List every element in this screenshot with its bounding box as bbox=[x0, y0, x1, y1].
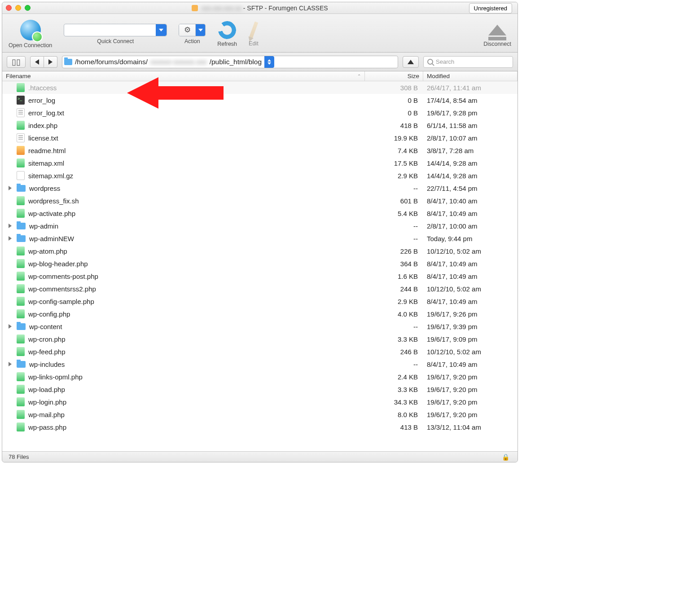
file-row[interactable]: readme.html7.4 KB3/8/17, 7:28 am bbox=[2, 144, 518, 157]
file-size: 17.5 KB bbox=[365, 159, 423, 167]
php-file-icon bbox=[17, 309, 25, 318]
quick-connect-dropdown-icon[interactable] bbox=[156, 24, 167, 36]
disclosure-triangle bbox=[9, 425, 13, 429]
file-row[interactable]: sitemap.xml17.5 KB14/4/14, 9:28 am bbox=[2, 157, 518, 169]
close-window-button[interactable] bbox=[6, 5, 12, 11]
disclosure-triangle bbox=[9, 173, 13, 178]
path-stepper-icon[interactable] bbox=[264, 56, 274, 68]
file-row[interactable]: wp-links-opml.php2.4 KB19/6/17, 9:20 pm bbox=[2, 370, 518, 383]
disclosure-triangle bbox=[9, 85, 13, 90]
file-row[interactable]: wp-atom.php226 B10/12/10, 5:02 am bbox=[2, 245, 518, 257]
path-field[interactable]: /home/forums/domains/ xxxxxx-xxxxxx.xxx … bbox=[62, 56, 398, 68]
disclosure-triangle bbox=[9, 299, 13, 304]
disclosure-triangle bbox=[9, 349, 13, 354]
php-file-icon bbox=[17, 158, 25, 167]
disconnect-button[interactable]: Disconnect bbox=[483, 21, 511, 47]
file-size: 5.4 KB bbox=[365, 210, 423, 217]
triangle-up-icon bbox=[408, 60, 414, 64]
file-size: -- bbox=[365, 222, 423, 230]
header-size[interactable]: Size bbox=[365, 71, 423, 81]
file-size: 2.9 KB bbox=[365, 298, 423, 305]
open-connection-label: Open Connection bbox=[9, 42, 52, 48]
disclosure-triangle bbox=[9, 98, 13, 102]
file-row[interactable]: wp-load.php3.3 KB19/6/17, 9:20 pm bbox=[2, 383, 518, 396]
file-name: .htaccess bbox=[28, 84, 57, 92]
header-modified[interactable]: Modified bbox=[423, 71, 518, 81]
traffic-lights bbox=[6, 5, 31, 11]
file-row[interactable]: error_log.txt0 B19/6/17, 9:28 pm bbox=[2, 106, 518, 119]
file-size: 3.3 KB bbox=[365, 335, 423, 343]
titlebar: xxx.xxx.xxx.xx - SFTP - Forumgen CLASSES… bbox=[2, 2, 518, 14]
file-row[interactable]: .htaccess308 B26/4/17, 11:41 am bbox=[2, 81, 518, 94]
file-row[interactable]: wp-login.php34.3 KB19/6/17, 9:20 pm bbox=[2, 396, 518, 408]
file-size: 0 B bbox=[365, 97, 423, 104]
file-row[interactable]: wp-feed.php246 B10/12/10, 5:02 am bbox=[2, 345, 518, 358]
disclosure-triangle[interactable] bbox=[9, 236, 13, 241]
file-row[interactable]: wp-activate.php5.4 KB8/4/17, 10:49 am bbox=[2, 207, 518, 220]
file-row[interactable]: index.php418 B6/1/14, 11:58 am bbox=[2, 119, 518, 132]
refresh-button[interactable]: Refresh bbox=[217, 21, 237, 47]
file-size: 19.9 KB bbox=[365, 134, 423, 142]
nav-forward-button[interactable] bbox=[44, 56, 57, 68]
disclosure-triangle bbox=[9, 161, 13, 165]
file-row[interactable]: wp-mail.php8.0 KB19/6/17, 9:20 pm bbox=[2, 408, 518, 421]
gz-file-icon bbox=[17, 171, 25, 180]
file-row[interactable]: sitemap.xml.gz2.9 KB14/4/14, 9:28 am bbox=[2, 169, 518, 182]
file-row[interactable]: wp-comments-post.php1.6 KB8/4/17, 10:49 … bbox=[2, 270, 518, 282]
file-row[interactable]: wp-cron.php3.3 KB19/6/17, 9:09 pm bbox=[2, 333, 518, 345]
disconnect-label: Disconnect bbox=[483, 41, 511, 47]
file-modified: 2/8/17, 10:00 am bbox=[423, 222, 518, 230]
file-modified: 26/4/17, 11:41 am bbox=[423, 84, 518, 92]
file-name: error_log bbox=[28, 97, 55, 104]
php-file-icon bbox=[17, 397, 25, 406]
sort-asc-icon: ⌃ bbox=[357, 74, 361, 79]
search-field[interactable]: Search bbox=[423, 56, 513, 68]
disclosure-triangle[interactable] bbox=[9, 186, 13, 190]
php-file-icon bbox=[17, 259, 25, 268]
file-row[interactable]: wp-pass.php413 B13/3/12, 11:04 am bbox=[2, 421, 518, 433]
quick-connect-field[interactable] bbox=[64, 24, 167, 36]
file-row[interactable]: wp-config.php4.0 KB19/6/17, 9:26 pm bbox=[2, 308, 518, 320]
file-row[interactable]: wp-commentsrss2.php244 B10/12/10, 5:02 a… bbox=[2, 282, 518, 295]
folder-file-icon bbox=[17, 235, 26, 242]
header-filename[interactable]: Filename⌃ bbox=[2, 71, 365, 81]
minimize-window-button[interactable] bbox=[15, 5, 21, 11]
file-row[interactable]: wp-blog-header.php364 B8/4/17, 10:49 am bbox=[2, 257, 518, 270]
file-modified: 6/1/14, 11:58 am bbox=[423, 122, 518, 129]
php-file-icon bbox=[17, 410, 25, 419]
disclosure-triangle[interactable] bbox=[9, 324, 13, 329]
php-file-icon bbox=[17, 196, 25, 205]
action-menu[interactable]: ⚙ Action bbox=[179, 24, 206, 44]
file-listing[interactable]: .htaccess308 B26/4/17, 11:41 amerror_log… bbox=[2, 81, 518, 451]
file-row[interactable]: wp-content--19/6/17, 9:39 pm bbox=[2, 320, 518, 333]
file-row[interactable]: wp-admin--2/8/17, 10:00 am bbox=[2, 220, 518, 232]
unregistered-button[interactable]: Unregistered bbox=[469, 3, 512, 13]
file-row[interactable]: wp-includes--8/4/17, 10:49 am bbox=[2, 358, 518, 370]
disclosure-triangle[interactable] bbox=[9, 224, 13, 228]
file-row[interactable]: wp-config-sample.php2.9 KB8/4/17, 10:49 … bbox=[2, 295, 518, 308]
nav-back-button[interactable] bbox=[30, 56, 44, 68]
open-connection-button[interactable]: Open Connection bbox=[9, 20, 52, 48]
file-row[interactable]: wordpress_fix.sh601 B8/4/17, 10:40 am bbox=[2, 194, 518, 207]
file-modified: 22/7/11, 4:54 pm bbox=[423, 185, 518, 192]
php-file-icon bbox=[17, 83, 25, 92]
php-file-icon bbox=[17, 372, 25, 381]
zoom-window-button[interactable] bbox=[25, 5, 31, 11]
file-row[interactable]: wp-adminNEW--Today, 9:44 pm bbox=[2, 232, 518, 245]
file-modified: 3/8/17, 7:28 am bbox=[423, 147, 518, 154]
disclosure-triangle bbox=[9, 400, 13, 404]
nav-up-button[interactable] bbox=[403, 56, 419, 68]
main-toolbar: Open Connection Quick Connect ⚙ Action R… bbox=[2, 14, 518, 53]
file-row[interactable]: error_log0 B17/4/14, 8:54 am bbox=[2, 94, 518, 106]
bookmarks-button[interactable]: ▯▯ bbox=[7, 56, 26, 68]
pencil-icon bbox=[249, 21, 259, 38]
file-modified: 8/4/17, 10:49 am bbox=[423, 298, 518, 305]
file-row[interactable]: license.txt19.9 KB2/8/17, 10:07 am bbox=[2, 132, 518, 144]
file-modified: 8/4/17, 10:49 am bbox=[423, 273, 518, 280]
file-name: wp-config.php bbox=[28, 310, 70, 318]
file-size: 7.4 KB bbox=[365, 147, 423, 154]
file-row[interactable]: wordpress--22/7/11, 4:54 pm bbox=[2, 182, 518, 194]
app-window: xxx.xxx.xxx.xx - SFTP - Forumgen CLASSES… bbox=[2, 2, 518, 462]
disclosure-triangle[interactable] bbox=[9, 362, 13, 366]
php-file-icon bbox=[17, 347, 25, 356]
